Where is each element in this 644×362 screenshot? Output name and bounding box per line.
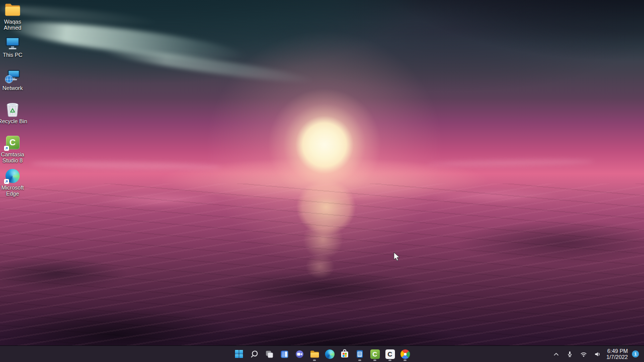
camtasia-studio-button[interactable]: C [368, 346, 382, 361]
clock-time: 6:49 PM [606, 348, 628, 354]
chrome-icon [400, 349, 410, 359]
chat-button[interactable] [292, 346, 306, 361]
camtasia-recorder-icon: C [385, 349, 395, 359]
taskbar: C C [0, 345, 644, 362]
camtasia-icon: C [5, 135, 21, 150]
microphone-tray-button[interactable] [565, 349, 575, 359]
desktop-background[interactable] [0, 0, 644, 362]
desktop-icon-this-pc[interactable]: This PC [0, 35, 30, 67]
chevron-up-icon [552, 350, 560, 358]
desktop-icon-user-folder[interactable]: Waqas Ahmed [0, 2, 30, 34]
widgets-button[interactable] [277, 346, 291, 361]
edge-button[interactable] [323, 346, 337, 361]
running-indicator [313, 359, 316, 361]
notification-badge[interactable]: 1 [632, 350, 639, 357]
desktop-icon-recycle-bin[interactable]: Recycle Bin [0, 102, 30, 134]
network-icon [5, 68, 21, 84]
desktop-icon-label: Camtasia Studio 8 [0, 151, 29, 163]
start-button[interactable] [232, 346, 246, 361]
file-explorer-button[interactable] [307, 346, 321, 361]
folder-icon [5, 2, 21, 18]
camtasia-recorder-button[interactable]: C [383, 346, 397, 361]
shortcut-arrow-icon [4, 146, 9, 151]
hidden-icons-button[interactable] [551, 349, 561, 359]
chat-camera-icon [295, 349, 304, 359]
edge-icon [5, 168, 21, 184]
desktop-icon-edge[interactable]: Microsoft Edge [0, 168, 30, 200]
search-button[interactable] [247, 346, 261, 361]
store-icon [340, 349, 350, 359]
edge-icon [325, 349, 335, 359]
desktop-icon-label: Network [3, 85, 23, 91]
microphone-icon [566, 350, 574, 358]
shortcut-arrow-icon [4, 179, 9, 184]
wifi-tray-button[interactable] [579, 349, 589, 359]
desktop-icon-camtasia[interactable]: C Camtasia Studio 8 [0, 135, 30, 167]
desktop-icon-label: Recycle Bin [0, 118, 27, 124]
volume-tray-button[interactable] [593, 349, 602, 359]
windows-desktop-screen: Waqas Ahmed This PC [0, 0, 644, 362]
running-indicator [388, 359, 391, 361]
desktop-icon-label: Microsoft Edge [0, 185, 29, 197]
system-tray: 6:49 PM 1/7/2022 1 [551, 346, 644, 362]
running-indicator [373, 359, 376, 361]
camtasia-studio-icon: C [370, 349, 380, 359]
wifi-icon [580, 350, 588, 358]
notepad-button[interactable] [353, 346, 367, 361]
desktop-icon-network[interactable]: Network [0, 68, 30, 101]
desktop-icon-label: This PC [3, 52, 22, 58]
widgets-icon [280, 349, 289, 359]
windows-logo-icon [234, 349, 244, 358]
computer-icon [5, 35, 21, 51]
store-button[interactable] [338, 346, 352, 361]
task-view-button[interactable] [262, 346, 276, 361]
taskbar-center-icons: C C [232, 346, 412, 362]
notepad-icon [355, 349, 365, 359]
chrome-button[interactable] [398, 346, 412, 361]
clock-date: 1/7/2022 [606, 354, 628, 360]
task-view-icon [265, 349, 274, 359]
desktop-icon-label: Waqas Ahmed [0, 19, 29, 31]
running-indicator [404, 359, 407, 361]
file-explorer-icon [309, 349, 319, 359]
speaker-icon [594, 350, 601, 358]
running-indicator [358, 359, 361, 361]
search-icon [250, 349, 259, 359]
clock[interactable]: 6:49 PM 1/7/2022 [606, 348, 628, 360]
recycle-bin-icon [5, 102, 21, 117]
